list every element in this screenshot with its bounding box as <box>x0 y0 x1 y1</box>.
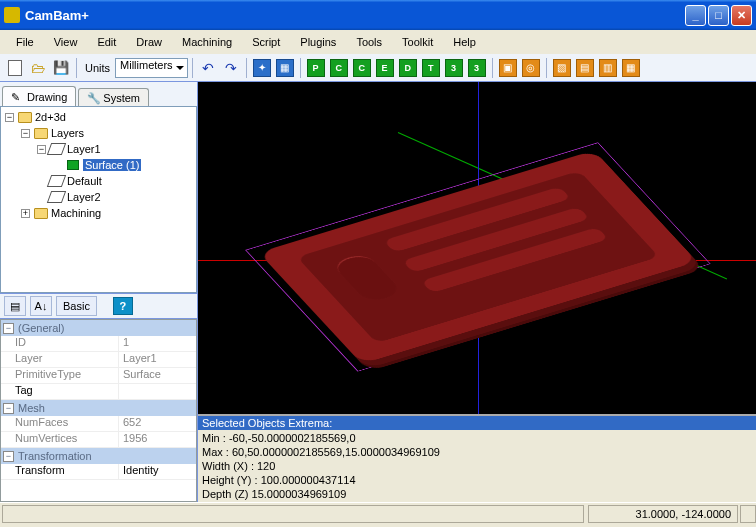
op-c-button[interactable]: C <box>328 57 350 79</box>
app-icon <box>4 7 20 23</box>
tree-layer2[interactable]: Layer2 <box>3 189 194 205</box>
left-panel: ✎Drawing 🔧System −2d+3d −Layers −Layer1 … <box>0 82 198 502</box>
wrench-icon: 🔧 <box>87 92 99 104</box>
collapse-icon[interactable]: − <box>37 145 46 154</box>
folder-icon <box>33 207 48 220</box>
prop-row-layer[interactable]: LayerLayer1 <box>1 352 196 368</box>
op-t-button[interactable]: T <box>420 57 442 79</box>
ext6-button[interactable]: ▦ <box>620 57 642 79</box>
separator <box>300 58 301 78</box>
menu-file[interactable]: File <box>6 33 44 51</box>
separator <box>76 58 77 78</box>
menu-tools[interactable]: Tools <box>346 33 392 51</box>
collapse-icon[interactable]: − <box>3 403 14 414</box>
tree-layer1[interactable]: −Layer1 <box>3 141 194 157</box>
op-p-button[interactable]: P <box>305 57 327 79</box>
layer-icon <box>49 191 64 204</box>
toolbar: 🗁 💾 Units Millimeters ✦ ▦ P C C E D T 3 … <box>0 54 756 82</box>
ext1-button[interactable]: ▣ <box>497 57 519 79</box>
snap-icon: ✦ <box>253 59 271 77</box>
tree-view[interactable]: −2d+3d −Layers −Layer1 Surface (1) Defau… <box>0 106 197 293</box>
tab-system[interactable]: 🔧System <box>78 88 149 106</box>
menu-help[interactable]: Help <box>443 33 486 51</box>
status-grip <box>740 505 756 523</box>
units-dropdown[interactable]: Millimeters <box>115 58 188 78</box>
tree-root[interactable]: −2d+3d <box>3 109 194 125</box>
save-button[interactable]: 💾 <box>50 57 72 79</box>
op-p-icon: P <box>307 59 325 77</box>
op-e-button[interactable]: E <box>374 57 396 79</box>
op-3b-icon: 3 <box>468 59 486 77</box>
units-label: Units <box>81 62 114 74</box>
ext2-button[interactable]: ◎ <box>520 57 542 79</box>
op-3b-button[interactable]: 3 <box>466 57 488 79</box>
undo-button[interactable] <box>197 57 219 79</box>
statusbar: 31.0000, -124.0000 <box>0 502 756 524</box>
collapse-icon[interactable]: − <box>3 323 14 334</box>
ext4-icon: ▤ <box>576 59 594 77</box>
op-3-button[interactable]: 3 <box>443 57 465 79</box>
menubar: File View Edit Draw Machining Script Plu… <box>0 30 756 54</box>
tab-drawing[interactable]: ✎Drawing <box>2 86 76 106</box>
redo-button[interactable] <box>220 57 242 79</box>
ext4-button[interactable]: ▤ <box>574 57 596 79</box>
basic-button[interactable]: Basic <box>56 296 97 316</box>
menu-plugins[interactable]: Plugins <box>290 33 346 51</box>
prop-row-verts[interactable]: NumVertices1956 <box>1 432 196 448</box>
collapse-icon[interactable]: − <box>21 129 30 138</box>
separator <box>192 58 193 78</box>
prop-group-general[interactable]: −(General) <box>1 320 196 336</box>
sort-button[interactable]: A↓ <box>30 296 52 316</box>
new-button[interactable] <box>4 57 26 79</box>
maximize-button[interactable]: □ <box>708 5 729 26</box>
menu-machining[interactable]: Machining <box>172 33 242 51</box>
menu-script[interactable]: Script <box>242 33 290 51</box>
tree-machining[interactable]: +Machining <box>3 205 194 221</box>
folder-icon <box>17 111 32 124</box>
ext3-button[interactable]: ▧ <box>551 57 573 79</box>
ext3-icon: ▧ <box>553 59 571 77</box>
property-grid[interactable]: −(General) ID1 LayerLayer1 PrimitiveType… <box>0 319 197 502</box>
grid-button[interactable]: ▦ <box>274 57 296 79</box>
save-icon: 💾 <box>53 60 69 75</box>
pencil-icon: ✎ <box>11 91 23 103</box>
folder-icon <box>33 127 48 140</box>
help-button[interactable]: ? <box>113 297 133 315</box>
close-button[interactable]: ✕ <box>731 5 752 26</box>
tree-tabs: ✎Drawing 🔧System <box>0 82 197 106</box>
canvas-3d[interactable] <box>198 82 756 414</box>
prop-row-primtype[interactable]: PrimitiveTypeSurface <box>1 368 196 384</box>
prop-row-tag[interactable]: Tag <box>1 384 196 400</box>
info-height: Height (Y) : 100.000000437114 <box>202 473 752 487</box>
collapse-icon[interactable]: − <box>3 451 14 462</box>
snap-button[interactable]: ✦ <box>251 57 273 79</box>
prop-group-xform[interactable]: −Transformation <box>1 448 196 464</box>
info-width: Width (X) : 120 <box>202 459 752 473</box>
units-value: Millimeters <box>120 59 173 71</box>
menu-edit[interactable]: Edit <box>87 33 126 51</box>
expand-icon[interactable]: + <box>21 209 30 218</box>
op-c2-button[interactable]: C <box>351 57 373 79</box>
minimize-button[interactable]: _ <box>685 5 706 26</box>
prop-row-id[interactable]: ID1 <box>1 336 196 352</box>
op-d-icon: D <box>399 59 417 77</box>
titlebar: CamBam+ _ □ ✕ <box>0 0 756 30</box>
prop-row-faces[interactable]: NumFaces652 <box>1 416 196 432</box>
tree-default[interactable]: Default <box>3 173 194 189</box>
menu-draw[interactable]: Draw <box>126 33 172 51</box>
grid-icon: ▦ <box>276 59 294 77</box>
tree-layers[interactable]: −Layers <box>3 125 194 141</box>
menu-toolkit[interactable]: Toolkit <box>392 33 443 51</box>
collapse-icon[interactable]: − <box>5 113 14 122</box>
op-d-button[interactable]: D <box>397 57 419 79</box>
tree-surface[interactable]: Surface (1) <box>3 157 194 173</box>
separator <box>492 58 493 78</box>
categorize-button[interactable]: ▤ <box>4 296 26 316</box>
prop-group-mesh[interactable]: −Mesh <box>1 400 196 416</box>
open-button[interactable]: 🗁 <box>27 57 49 79</box>
op-c-icon: C <box>330 59 348 77</box>
prop-row-transform[interactable]: TransformIdentity <box>1 464 196 480</box>
menu-view[interactable]: View <box>44 33 88 51</box>
ext5-button[interactable]: ▥ <box>597 57 619 79</box>
op-t-icon: T <box>422 59 440 77</box>
